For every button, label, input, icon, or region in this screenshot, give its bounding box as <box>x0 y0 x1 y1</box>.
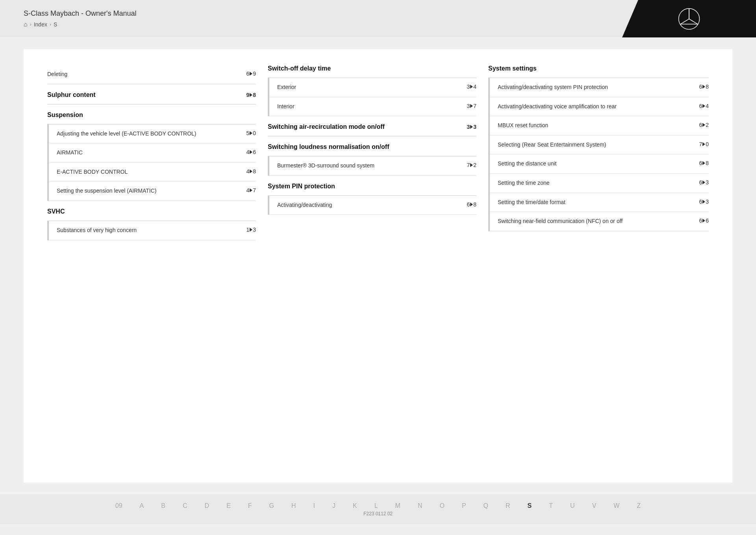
section-header: Switch-off delay time <box>268 65 476 78</box>
alpha-A[interactable]: A <box>131 502 153 509</box>
page-reference: 68 <box>467 201 476 208</box>
page-footer: 09 A B C D E F G H I J K L M N O P Q R S… <box>0 494 756 524</box>
arrow-icon <box>470 104 473 108</box>
list-item[interactable]: Adjusting the vehicle level (E-ACTIVE BO… <box>49 124 256 144</box>
alpha-U[interactable]: U <box>561 502 584 509</box>
header-left: S-Class Maybach - Owner's Manual ⌂ › Ind… <box>24 9 137 28</box>
page-reference: 47 <box>246 187 256 193</box>
arrow-icon <box>702 104 705 108</box>
item-label: Burmester® 3D-surround sound system <box>277 162 467 170</box>
arrow-icon <box>470 85 473 89</box>
alpha-O[interactable]: O <box>431 502 453 509</box>
page-header: S-Class Maybach - Owner's Manual ⌂ › Ind… <box>0 0 756 37</box>
alpha-B[interactable]: B <box>152 502 174 509</box>
item-label: Setting the distance unit <box>498 160 699 168</box>
item-label: Setting the suspension level (AIRMATIC) <box>57 187 246 195</box>
alphabet-navigation: 09 A B C D E F G H I J K L M N O P Q R S… <box>0 502 756 509</box>
page-reference: 72 <box>467 162 476 168</box>
alpha-I[interactable]: I <box>305 502 324 509</box>
page-reference: 62 <box>699 122 709 128</box>
alpha-R[interactable]: R <box>497 502 519 509</box>
list-item[interactable]: Substances of very high concern 13 <box>49 221 256 240</box>
item-label: Deleting <box>47 71 246 78</box>
list-item[interactable]: MBUX reset function 62 <box>490 116 709 136</box>
item-label: E-ACTIVE BODY CONTROL <box>57 168 246 176</box>
alpha-D[interactable]: D <box>196 502 218 509</box>
page-reference: 63 <box>699 199 709 205</box>
page-reference: 48 <box>246 168 256 175</box>
section-title: Switch-off delay time <box>268 65 331 72</box>
section-header: System settings <box>488 65 709 78</box>
alpha-V[interactable]: V <box>584 502 605 509</box>
arrow-icon <box>702 142 705 146</box>
list-item[interactable]: Activating/deactivating system PIN prote… <box>490 78 709 97</box>
list-item[interactable]: Activating/deactivating voice amplificat… <box>490 97 709 117</box>
index-columns: Deleting 69 Sulphur content 98 Suspensio… <box>47 65 709 240</box>
alpha-N[interactable]: N <box>409 502 431 509</box>
sub-items-group: Activating/deactivating 68 <box>268 196 476 215</box>
alpha-F[interactable]: F <box>239 502 261 509</box>
breadcrumb-sep1: › <box>30 22 32 27</box>
page-reference: 13 <box>246 227 256 233</box>
alpha-C[interactable]: C <box>174 502 196 509</box>
alpha-E[interactable]: E <box>218 502 239 509</box>
section-header: Sulphur content 98 <box>47 84 256 104</box>
list-item[interactable]: Setting the time zone 63 <box>490 174 709 193</box>
arrow-icon <box>702 180 705 184</box>
document-code: F223 0112 02 <box>363 511 393 516</box>
list-item[interactable]: E-ACTIVE BODY CONTROL 48 <box>49 163 256 182</box>
arrow-icon <box>250 131 252 135</box>
alpha-J[interactable]: J <box>324 502 344 509</box>
list-item[interactable]: Setting the distance unit 68 <box>490 154 709 174</box>
section-title: SVHC <box>47 208 65 215</box>
item-label: Adjusting the vehicle level (E-ACTIVE BO… <box>57 130 246 138</box>
breadcrumb-s[interactable]: S <box>54 21 57 28</box>
list-item[interactable]: Selecting (Rear Seat Entertainment Syste… <box>490 136 709 155</box>
alpha-K[interactable]: K <box>344 502 366 509</box>
list-item[interactable]: Interior 37 <box>269 97 476 117</box>
list-item[interactable]: Setting the suspension level (AIRMATIC) … <box>49 182 256 201</box>
list-item[interactable]: AIRMATIC 46 <box>49 143 256 163</box>
list-item[interactable]: Switching near-field communication (NFC)… <box>490 212 709 231</box>
alpha-S[interactable]: S <box>519 502 541 509</box>
alpha-L[interactable]: L <box>366 502 387 509</box>
mercedes-logo <box>622 0 756 37</box>
page-reference: 68 <box>699 160 709 166</box>
item-label: Interior <box>277 103 467 111</box>
list-item[interactable]: Exterior 34 <box>269 78 476 97</box>
sub-items-group: Adjusting the vehicle level (E-ACTIVE BO… <box>47 124 256 201</box>
alpha-G[interactable]: G <box>261 502 283 509</box>
section-header: Switching air-recirculation mode on/off … <box>268 116 476 136</box>
item-label: AIRMATIC <box>57 149 246 157</box>
page-reference: 46 <box>246 149 256 155</box>
alpha-Q[interactable]: Q <box>475 502 497 509</box>
alpha-T[interactable]: T <box>540 502 561 509</box>
alpha-Z[interactable]: Z <box>628 502 649 509</box>
section-title: Sulphur content <box>47 91 96 98</box>
document-title: S-Class Maybach - Owner's Manual <box>24 9 137 18</box>
section-header: SVHC <box>47 201 256 221</box>
list-item[interactable]: Burmester® 3D-surround sound system 72 <box>269 156 476 176</box>
list-item[interactable]: Activating/deactivating 68 <box>269 196 476 215</box>
list-item[interactable]: Deleting 69 <box>47 65 256 84</box>
arrow-icon <box>470 163 473 167</box>
item-label: Activating/deactivating voice amplificat… <box>498 103 699 111</box>
breadcrumb-index[interactable]: Index <box>34 21 47 28</box>
list-item[interactable]: Setting the time/date format 63 <box>490 193 709 212</box>
column-1: Deleting 69 Sulphur content 98 Suspensio… <box>47 65 268 240</box>
page-reference: 66 <box>699 217 709 224</box>
alpha-P[interactable]: P <box>453 502 475 509</box>
column-3: System settings Activating/deactivating … <box>488 65 709 231</box>
item-label: Selecting (Rear Seat Entertainment Syste… <box>498 141 699 149</box>
alpha-M[interactable]: M <box>387 502 409 509</box>
page-reference: 34 <box>467 84 476 90</box>
alpha-H[interactable]: H <box>283 502 305 509</box>
alpha-09[interactable]: 09 <box>107 502 131 509</box>
page-reference: 69 <box>246 71 256 77</box>
alpha-W[interactable]: W <box>605 502 628 509</box>
item-label: Switching near-field communication (NFC)… <box>498 217 699 225</box>
breadcrumb-home-icon[interactable]: ⌂ <box>24 21 28 28</box>
page-reference: 98 <box>246 92 256 98</box>
arrow-icon <box>250 228 252 232</box>
arrow-icon <box>250 188 252 192</box>
